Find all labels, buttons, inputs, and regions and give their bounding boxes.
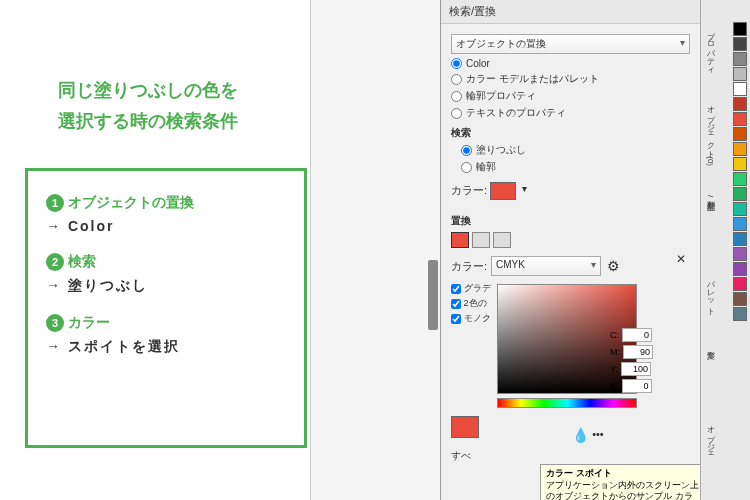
- cmyk-k-input[interactable]: [622, 379, 652, 393]
- color-swatch[interactable]: [733, 112, 747, 126]
- color-swatch[interactable]: [733, 232, 747, 246]
- step-badge: 1: [46, 194, 64, 212]
- radio-text-prop[interactable]: [451, 108, 462, 119]
- color-swatch[interactable]: [733, 82, 747, 96]
- color-swatch[interactable]: [733, 292, 747, 306]
- search-label: 検索: [451, 126, 690, 140]
- radio-color[interactable]: [451, 58, 462, 69]
- panel-title: 検索/置換: [441, 0, 700, 24]
- radio-outline-prop[interactable]: [451, 91, 462, 102]
- check-mono[interactable]: [451, 314, 461, 324]
- gear-icon[interactable]: ⚙: [607, 258, 620, 274]
- color-swatch[interactable]: [733, 67, 747, 81]
- legend-item: 1オブジェクトの置換 → Color: [46, 193, 286, 234]
- dock-objects[interactable]: オブジェクト (0): [704, 100, 715, 166]
- legend-item: 3カラー → スポイトを選択: [46, 313, 286, 356]
- color-swatch[interactable]: [733, 142, 747, 156]
- eyedropper-tooltip: カラー スポイト アプリケーション内外のスクリーン上のオブジェクトからのサンプル…: [540, 464, 710, 500]
- eyedropper-icon[interactable]: 💧: [572, 427, 589, 443]
- radio-outline[interactable]: [461, 162, 472, 173]
- select-all-button[interactable]: すべ: [451, 449, 690, 463]
- color-swatch[interactable]: [733, 202, 747, 216]
- scrollbar-thumb[interactable]: [428, 260, 438, 330]
- action-dropdown[interactable]: オブジェクトの置換: [451, 34, 690, 54]
- cmyk-y-input[interactable]: [621, 362, 651, 376]
- color-label: カラー:: [451, 259, 487, 274]
- dock-properties[interactable]: プロパティ: [704, 26, 715, 71]
- dock-align[interactable]: 整列/配置: [704, 195, 715, 197]
- result-color-swatch: [451, 416, 479, 438]
- color-swatch[interactable]: [733, 97, 747, 111]
- color-model-dropdown[interactable]: CMYK: [491, 256, 601, 276]
- mode-pattern-icon[interactable]: [493, 232, 511, 248]
- find-replace-panel: 検索/置換 オブジェクトの置換 Color カラー モデルまたはパレット 輪郭プ…: [440, 0, 700, 500]
- color-swatch[interactable]: [733, 247, 747, 261]
- hue-slider[interactable]: [497, 398, 637, 408]
- legend-box: 1オブジェクトの置換 → Color 2検索 → 塗りつぶし 3カラー → スポ…: [25, 168, 307, 448]
- color-swatch[interactable]: [733, 37, 747, 51]
- color-swatch[interactable]: [733, 187, 747, 201]
- color-swatch[interactable]: [733, 277, 747, 291]
- check-gradient[interactable]: [451, 284, 461, 294]
- check-two-color[interactable]: [451, 299, 461, 309]
- legend-item: 2検索 → 塗りつぶし: [46, 252, 286, 295]
- mode-gradient-icon[interactable]: [472, 232, 490, 248]
- step-badge: 2: [46, 253, 64, 271]
- color-swatch[interactable]: [733, 157, 747, 171]
- color-swatch[interactable]: [733, 22, 747, 36]
- cmyk-c-input[interactable]: [622, 328, 652, 342]
- color-swatch[interactable]: [733, 172, 747, 186]
- more-icon[interactable]: •••: [592, 428, 604, 440]
- cmyk-m-input[interactable]: [623, 345, 653, 359]
- close-icon[interactable]: ✕: [676, 252, 686, 266]
- search-color-swatch[interactable]: [490, 182, 516, 200]
- mode-solid-icon[interactable]: [451, 232, 469, 248]
- radio-model[interactable]: [451, 74, 462, 85]
- dock-objects2[interactable]: オブジェ: [704, 420, 715, 456]
- instruction-title: 同じ塗りつぶしの色を 選択する時の検索条件: [58, 75, 238, 136]
- dock-palette[interactable]: パレット: [704, 275, 715, 311]
- color-swatch[interactable]: [733, 52, 747, 66]
- replace-label: 置換: [451, 214, 690, 228]
- step-badge: 3: [46, 314, 64, 332]
- color-label: カラー:: [451, 184, 487, 196]
- cmyk-inputs: C: M: Y: K:: [610, 325, 653, 396]
- radio-fill[interactable]: [461, 145, 472, 156]
- canvas-background: [310, 0, 440, 500]
- color-swatch[interactable]: [733, 262, 747, 276]
- replace-mode-icons: [451, 232, 690, 248]
- color-swatch[interactable]: [733, 307, 747, 321]
- color-swatch[interactable]: [733, 127, 747, 141]
- color-swatch[interactable]: [733, 217, 747, 231]
